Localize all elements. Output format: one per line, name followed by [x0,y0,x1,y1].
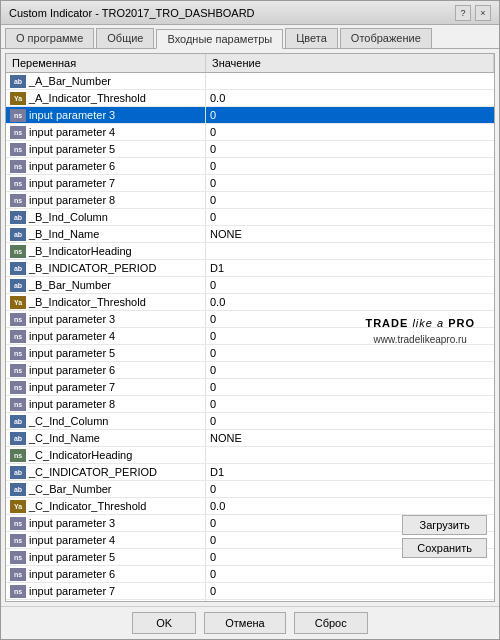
cell-name: nsinput parameter 3 [6,311,206,327]
table-row[interactable]: nsinput parameter 70 [6,583,494,600]
table-row[interactable]: nsinput parameter 60 [6,362,494,379]
cell-name: ab_C_Bar_Number [6,481,206,497]
param-value: 0 [206,141,494,157]
table-row[interactable]: nsinput parameter 30 [6,107,494,124]
table-row[interactable]: nsinput parameter 80 [6,192,494,209]
main-window: Custom Indicator - TRO2017_TRO_DASHBOARD… [0,0,500,640]
cancel-button[interactable]: Отмена [204,612,285,634]
cell-name: nsinput parameter 7 [6,175,206,191]
row-type-icon: ns [10,177,26,190]
row-type-icon: ns [10,245,26,258]
cell-name: ab_B_INDICATOR_PERIOD [6,260,206,276]
param-value: 0 [206,345,494,361]
table-row[interactable]: ab_B_INDICATOR_PERIODD1 [6,260,494,277]
param-name: input parameter 3 [29,313,115,325]
tab-bar: О программеОбщиеВходные параметрыЦветаОт… [1,25,499,49]
tab-Цвета[interactable]: Цвета [285,28,338,48]
tab-Входные_параметры[interactable]: Входные параметры [156,29,283,49]
cell-name: ns_C_IndicatorHeading [6,447,206,463]
help-button[interactable]: ? [455,5,471,21]
table-row[interactable]: nsinput parameter 80 [6,600,494,602]
table-row[interactable]: nsinput parameter 70 [6,379,494,396]
table-row[interactable]: nsinput parameter 40 [6,124,494,141]
table-row[interactable]: ns_B_IndicatorHeading [6,243,494,260]
param-name: input parameter 8 [29,194,115,206]
param-name: _B_INDICATOR_PERIOD [29,262,156,274]
col-header-value: Значение [206,54,494,72]
cell-name: Ya_C_Indicator_Threshold [6,498,206,514]
row-type-icon: ns [10,568,26,581]
table-row[interactable]: nsinput parameter 50 [6,141,494,158]
param-value: 0 [206,107,494,123]
tab-Общие[interactable]: Общие [96,28,154,48]
table-row[interactable]: nsinput parameter 70 [6,175,494,192]
row-type-icon: ns [10,109,26,122]
param-name: input parameter 3 [29,517,115,529]
title-buttons: ? × [455,5,491,21]
table-row[interactable]: ab_A_Bar_Number [6,73,494,90]
table-row[interactable]: ab_C_Ind_NameNONE [6,430,494,447]
cell-name: nsinput parameter 7 [6,583,206,599]
param-name: input parameter 7 [29,381,115,393]
ok-button[interactable]: OK [132,612,196,634]
param-name: _C_INDICATOR_PERIOD [29,466,157,478]
param-name: input parameter 3 [29,109,115,121]
cell-name: ab_A_Bar_Number [6,73,206,89]
param-value: 0 [206,396,494,412]
table-row[interactable]: ab_B_Ind_Column0 [6,209,494,226]
tab-Отображение[interactable]: Отображение [340,28,432,48]
tab-О_программе[interactable]: О программе [5,28,94,48]
load-button[interactable]: Загрузить [402,515,487,535]
table-row[interactable]: nsinput parameter 30 [6,311,494,328]
close-button[interactable]: × [475,5,491,21]
table-row[interactable]: nsinput parameter 80 [6,396,494,413]
table-row[interactable]: nsinput parameter 40 [6,328,494,345]
param-name: _B_Ind_Column [29,211,108,223]
cell-name: ab_B_Ind_Column [6,209,206,225]
row-type-icon: ab [10,211,26,224]
param-value: 0 [206,175,494,191]
cell-name: ns_B_IndicatorHeading [6,243,206,259]
row-type-icon: ns [10,381,26,394]
cell-name: nsinput parameter 6 [6,566,206,582]
param-value: 0 [206,158,494,174]
table-row[interactable]: ab_C_Bar_Number0 [6,481,494,498]
table-header: Переменная Значение [6,54,494,73]
row-type-icon: ns [10,143,26,156]
param-value: 0 [206,566,494,582]
param-value: NONE [206,226,494,242]
table-row[interactable]: ns_C_IndicatorHeading [6,447,494,464]
cell-name: ab_C_Ind_Column [6,413,206,429]
table-row[interactable]: nsinput parameter 50 [6,345,494,362]
cell-name: nsinput parameter 8 [6,396,206,412]
param-value: NONE [206,430,494,446]
table-row[interactable]: Ya_B_Indicator_Threshold0.0 [6,294,494,311]
main-content: Переменная Значение ab_A_Bar_NumberYa_A_… [1,49,499,606]
cell-name: nsinput parameter 5 [6,141,206,157]
table-row[interactable]: nsinput parameter 60 [6,158,494,175]
param-name: _B_Ind_Name [29,228,99,240]
cell-name: nsinput parameter 4 [6,124,206,140]
table-row[interactable]: Ya_C_Indicator_Threshold0.0 [6,498,494,515]
table-row[interactable]: ab_C_Ind_Column0 [6,413,494,430]
reset-button[interactable]: Сброс [294,612,368,634]
table-row[interactable]: nsinput parameter 60 [6,566,494,583]
cell-name: nsinput parameter 7 [6,379,206,395]
cell-name: Ya_A_Indicator_Threshold [6,90,206,106]
save-button[interactable]: Сохранить [402,538,487,558]
table-row[interactable]: ab_B_Bar_Number0 [6,277,494,294]
row-type-icon: ab [10,466,26,479]
cell-name: nsinput parameter 4 [6,328,206,344]
cell-name: nsinput parameter 4 [6,532,206,548]
table-row[interactable]: Ya_A_Indicator_Threshold0.0 [6,90,494,107]
row-type-icon: ns [10,313,26,326]
param-name: input parameter 7 [29,585,115,597]
row-type-icon: Ya [10,296,26,309]
side-buttons: Загрузить Сохранить [402,515,487,558]
param-name: input parameter 5 [29,551,115,563]
param-name: input parameter 6 [29,364,115,376]
table-row[interactable]: ab_B_Ind_NameNONE [6,226,494,243]
table-row[interactable]: ab_C_INDICATOR_PERIODD1 [6,464,494,481]
param-value: 0 [206,583,494,599]
cell-name: ab_B_Ind_Name [6,226,206,242]
